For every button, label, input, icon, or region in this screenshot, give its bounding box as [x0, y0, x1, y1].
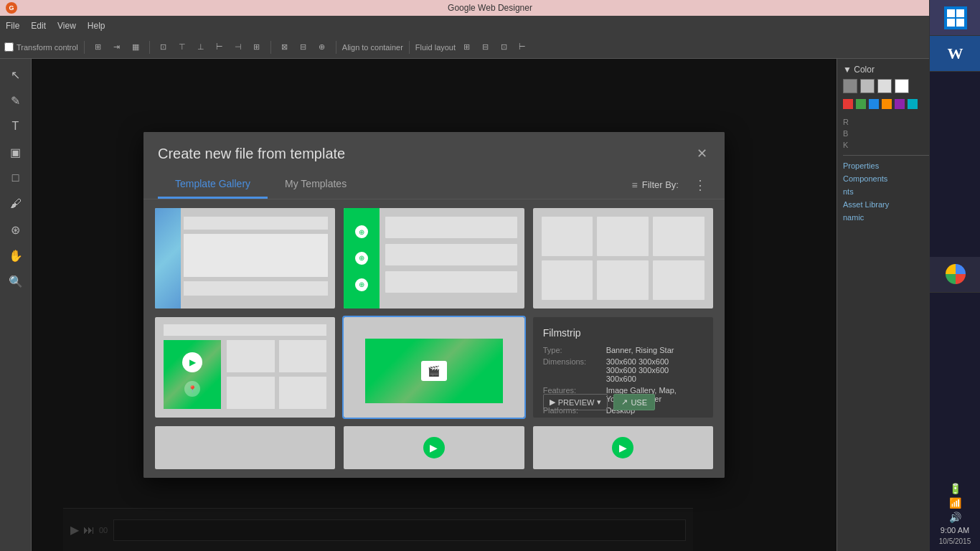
toolbar-btn-12[interactable]: ⊕: [314, 39, 330, 55]
toolbar-btn-13[interactable]: ⊞: [458, 39, 474, 55]
windows-chrome[interactable]: [930, 257, 980, 293]
fluid-label: Fluid layout: [415, 43, 456, 52]
swatch-orange[interactable]: [882, 99, 892, 109]
tab-my-templates[interactable]: My Templates: [268, 171, 364, 199]
toolbar-btn-1[interactable]: ⊞: [90, 39, 106, 55]
card4-top-bar: [164, 324, 326, 336]
card3-gi1: [542, 217, 593, 256]
tool-draw[interactable]: ✎: [4, 89, 27, 112]
toolbar-btn-14[interactable]: ⊟: [477, 39, 493, 55]
tool-shape[interactable]: □: [4, 166, 27, 189]
toolbar-btn-16[interactable]: ⊢: [514, 39, 530, 55]
card1-stripe: [155, 208, 181, 309]
transform-checkbox[interactable]: [4, 42, 14, 52]
modal-close-button[interactable]: ✕: [693, 145, 710, 162]
toolbar-btn-2[interactable]: ⇥: [109, 39, 125, 55]
preview-dropdown: ▾: [597, 397, 601, 407]
filter-button[interactable]: ≡ Filter By:: [626, 176, 684, 194]
card2-icon-1: ⊕: [355, 225, 368, 238]
toolbar-btn-15[interactable]: ⊡: [496, 39, 512, 55]
info-dim-label: Dimensions:: [543, 357, 600, 383]
card4-pin: 📍: [184, 381, 200, 397]
tab-group: Template Gallery My Templates: [158, 171, 364, 199]
template-card-9[interactable]: ▶: [533, 426, 713, 469]
swatch-gray[interactable]: [843, 79, 857, 93]
toolbar-btn-8[interactable]: ⊣: [230, 39, 246, 55]
filter-icon: ≡: [632, 179, 638, 191]
tool-tag[interactable]: ⊛: [4, 218, 27, 241]
toolbar-btn-10[interactable]: ⊠: [277, 39, 293, 55]
preview-button[interactable]: ▶ PREVIEW ▾: [543, 394, 608, 410]
win-logo-q4: [956, 19, 964, 27]
swatch-white[interactable]: [895, 79, 909, 93]
toolbar-separator-5: [409, 41, 410, 54]
toolbar-btn-3[interactable]: ▦: [128, 39, 143, 55]
toolbar-separator: [84, 41, 85, 54]
template-card-2[interactable]: ⊕ ⊕ ⊕: [344, 208, 524, 309]
info-dim-value: 300x600 300x600 300x600 300x600 300x600: [606, 357, 669, 383]
template-card-7[interactable]: [155, 426, 335, 469]
card3-gi4: [542, 260, 593, 300]
card3-gi2: [597, 217, 649, 256]
card1-block3: [184, 281, 328, 296]
win-logo-q2: [956, 9, 964, 17]
info-dim-row: Dimensions: 300x600 300x600 300x600 300x…: [543, 357, 703, 383]
swatch-purple[interactable]: [895, 99, 905, 109]
modal-overlay: Create new file from template ✕ Template…: [32, 59, 837, 551]
swatch-lighter[interactable]: [877, 79, 892, 93]
win-logo-q3: [947, 19, 955, 27]
tool-select[interactable]: ↖: [4, 63, 27, 86]
swatch-green[interactable]: [856, 99, 866, 109]
card3-gi5: [597, 260, 649, 300]
tool-image[interactable]: ▣: [4, 141, 27, 164]
template-card-4[interactable]: ▶ 📍: [155, 317, 335, 418]
title-bar: G Google Web Designer — ❐ ✕: [0, 0, 980, 16]
swatch-red[interactable]: [843, 99, 853, 109]
info-type-label: Type:: [543, 346, 600, 354]
info-panel: Filmstrip Type: Banner, Rising Star Dime…: [533, 317, 713, 418]
modal-body: ⊕ ⊕ ⊕: [143, 199, 725, 478]
swatch-light[interactable]: [860, 79, 875, 93]
info-panel-title: Filmstrip: [543, 327, 703, 339]
tab-template-gallery[interactable]: Template Gallery: [158, 171, 268, 199]
modal-tabs: Template Gallery My Templates ≡ Filter B…: [143, 171, 725, 199]
swatch-blue[interactable]: [869, 99, 879, 109]
windows-word[interactable]: W: [930, 36, 980, 72]
card2-icon-3: ⊕: [355, 278, 368, 291]
chrome-icon: [946, 264, 966, 284]
card2-rblock2: [385, 244, 517, 265]
taskbar-battery: 🔋: [936, 483, 974, 494]
toolbar-btn-9[interactable]: ⊞: [249, 39, 265, 55]
swatch-cyan[interactable]: [908, 99, 918, 109]
card4-rs3: [227, 377, 275, 409]
template-card-8[interactable]: ▶: [344, 426, 524, 469]
toolbar-btn-4[interactable]: ⊡: [156, 39, 171, 55]
menu-help[interactable]: Help: [88, 21, 105, 31]
tool-text[interactable]: T: [4, 115, 27, 138]
toolbar: Transform control ⊞ ⇥ ▦ ⊡ ⊤ ⊥ ⊢ ⊣ ⊞ ⊠ ⊟ …: [0, 36, 980, 59]
tool-paint[interactable]: 🖌: [4, 192, 27, 215]
menu-view[interactable]: View: [57, 21, 76, 31]
windows-start[interactable]: [930, 0, 980, 36]
taskbar-time-area: 🔋 📶 🔊 9:00 AM 10/5/2015: [930, 477, 980, 551]
filter-area: ≡ Filter By: ⋮: [626, 175, 710, 195]
card5-video-icon: 🎬: [421, 361, 447, 381]
tool-zoom[interactable]: 🔍: [4, 270, 27, 293]
menu-file[interactable]: File: [6, 21, 19, 31]
template-card-5[interactable]: 🎬: [344, 317, 524, 418]
more-options-button[interactable]: ⋮: [690, 175, 710, 195]
tool-hand[interactable]: ✋: [4, 244, 27, 267]
align-label: Align to container: [342, 43, 403, 52]
template-card-3[interactable]: [533, 208, 713, 309]
toolbar-separator-3: [270, 41, 271, 54]
toolbar-btn-7[interactable]: ⊢: [212, 39, 227, 55]
card4-green: ▶ 📍: [164, 340, 221, 409]
toolbar-btn-5[interactable]: ⊤: [174, 39, 190, 55]
menu-edit[interactable]: Edit: [31, 21, 46, 31]
use-button[interactable]: ↗ USE: [613, 394, 655, 410]
filter-label: Filter By:: [642, 179, 679, 190]
toolbar-btn-6[interactable]: ⊥: [193, 39, 209, 55]
use-label: USE: [631, 398, 647, 407]
template-card-1[interactable]: [155, 208, 335, 309]
toolbar-btn-11[interactable]: ⊟: [296, 39, 311, 55]
